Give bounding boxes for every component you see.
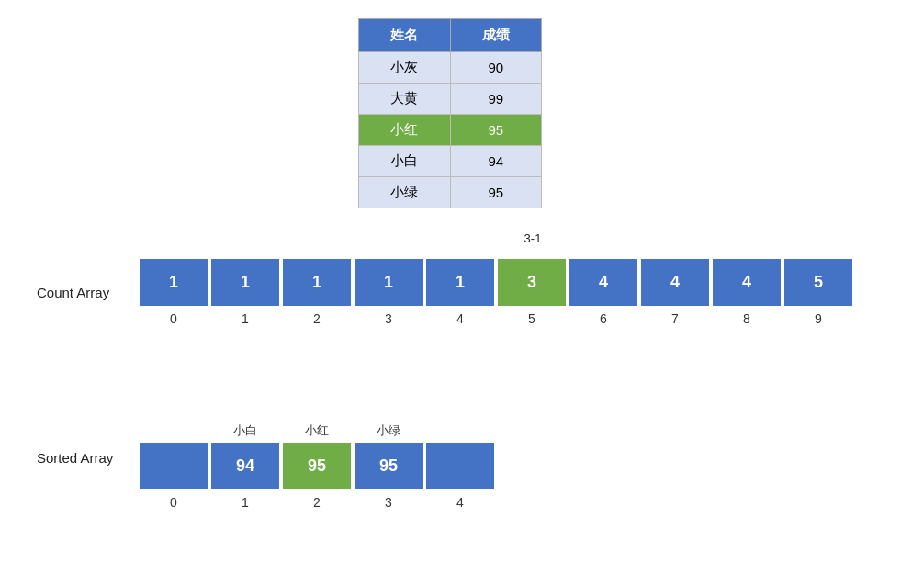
sorted-array-label: Sorted Array	[37, 450, 113, 466]
sorted-index: 2	[281, 495, 353, 510]
table-cell-name: 小白	[359, 146, 451, 177]
count-index: 6	[568, 311, 639, 326]
sorted-array-section: Sorted Array 小白小红小绿 949595 01234	[37, 422, 588, 510]
count-cell: 1	[353, 257, 424, 308]
table-cell-name: 小红	[359, 115, 451, 146]
sorted-index: 1	[209, 495, 281, 510]
table-row: 小红95	[359, 115, 542, 146]
count-index: 9	[783, 311, 854, 326]
table-cell-name: 小绿	[359, 177, 451, 208]
count-cell: 4	[711, 257, 783, 308]
sorted-name-label	[138, 422, 209, 439]
sorted-cell: 95	[353, 441, 424, 491]
sorted-cell	[138, 441, 209, 491]
count-index: 1	[209, 311, 281, 326]
table-cell-score: 95	[450, 115, 542, 146]
count-cell: 4	[568, 257, 639, 308]
sorted-array-indices: 01234	[138, 495, 588, 510]
count-index: 8	[711, 311, 783, 326]
count-cell: 5	[783, 257, 854, 308]
count-array-row: 1111134445	[138, 257, 882, 308]
table-cell-score: 90	[450, 52, 542, 84]
sorted-name-label: 小绿	[353, 422, 424, 439]
count-array-label: Count Array	[37, 285, 109, 300]
count-index: 2	[281, 311, 353, 326]
count-index: 0	[138, 311, 209, 326]
score-table: 姓名 成绩 小灰90大黄99小红95小白94小绿95	[358, 18, 542, 208]
sorted-index: 4	[424, 495, 496, 510]
count-array-container: 3-1 1111134445 0123456789	[138, 257, 882, 326]
table-row: 大黄99	[359, 84, 542, 115]
table-header-score: 成绩	[450, 19, 542, 52]
sorted-name-label: 小红	[281, 422, 353, 439]
sorted-array-container: 小白小红小绿 949595 01234	[138, 422, 588, 510]
sorted-cell	[424, 441, 496, 491]
count-index: 5	[496, 311, 568, 326]
table-cell-score: 99	[450, 84, 542, 115]
table-cell-score: 94	[450, 146, 542, 177]
count-array-section: Count Array 3-1 1111134445 0123456789	[37, 257, 882, 326]
sorted-index: 3	[353, 495, 424, 510]
count-cell: 4	[639, 257, 711, 308]
table-cell-name: 大黄	[359, 84, 451, 115]
table-header-name: 姓名	[359, 19, 451, 52]
count-cell: 1	[424, 257, 496, 308]
sorted-names-row: 小白小红小绿	[138, 422, 588, 439]
count-cell: 3	[496, 257, 568, 308]
sorted-cell: 95	[281, 441, 353, 491]
count-index: 7	[639, 311, 711, 326]
table-row: 小白94	[359, 146, 542, 177]
sorted-name-label: 小白	[209, 422, 281, 439]
count-cell: 1	[209, 257, 281, 308]
table-cell-score: 95	[450, 177, 542, 208]
table-cell-name: 小灰	[359, 52, 451, 84]
table-row: 小绿95	[359, 177, 542, 208]
count-cell: 1	[281, 257, 353, 308]
count-cell: 1	[138, 257, 209, 308]
count-index: 3	[353, 311, 424, 326]
sorted-array-row: 949595	[138, 441, 588, 491]
score-table-section: 姓名 成绩 小灰90大黄99小红95小白94小绿95	[358, 18, 542, 208]
sorted-cell: 94	[209, 441, 281, 491]
count-annotation: 3-1	[497, 231, 569, 245]
count-index: 4	[424, 311, 496, 326]
count-array-indices: 0123456789	[138, 311, 882, 326]
sorted-index: 0	[138, 495, 209, 510]
sorted-name-label	[424, 422, 496, 439]
sorted-name-label	[496, 422, 568, 439]
table-row: 小灰90	[359, 52, 542, 84]
